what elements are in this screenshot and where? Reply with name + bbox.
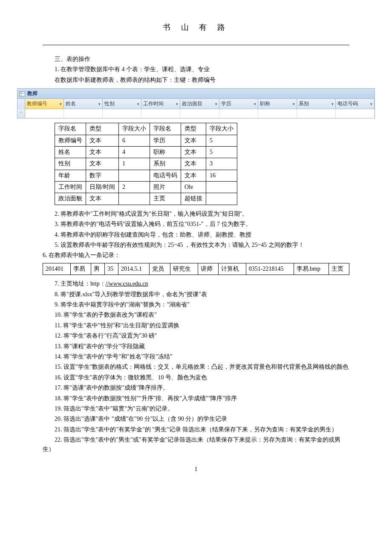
dropdown-arrow-icon[interactable]: ▾ (176, 101, 178, 107)
list-item: 10. 将"学生"表的子数据表改为"课程表" (43, 310, 349, 320)
schema-header-cell: 类型 (181, 123, 206, 135)
schema-cell: 系别 (150, 158, 181, 170)
list-item: 5. 设置教师表中年龄字段的有效性规则为：25~45 ，有效性文本为：请输入 2… (55, 240, 349, 250)
schema-cell (118, 170, 150, 181)
empty-cell[interactable] (219, 109, 258, 118)
record-cell: 35 (105, 263, 118, 275)
list-item: 22. 筛选出"学生"表中的"男生"或"有奖学金"记录筛选出来（结果保存下来提示… (43, 435, 349, 454)
schema-cell: 1 (118, 158, 150, 170)
schema-header-cell: 字段大小 (206, 123, 237, 135)
schema-cell: 数字 (86, 170, 119, 181)
record-cell: 0351-2218145 (246, 263, 294, 275)
empty-cell[interactable] (103, 109, 141, 118)
dropdown-arrow-icon[interactable]: ▾ (60, 101, 62, 107)
empty-cell[interactable] (180, 109, 219, 118)
schema-cell: 照片 (150, 182, 181, 193)
schema-cell: 教师编号 (55, 135, 86, 146)
schema-cell: 职称 (150, 146, 181, 158)
record-cell: 李易 (70, 263, 91, 275)
list-item: 12. 将"学生"表各行"行高"设置为"30 磅" (43, 331, 349, 341)
record-cell: 主页 (329, 263, 349, 275)
page-number: 1 (43, 465, 349, 474)
record-cell: 201401 (43, 263, 71, 275)
datasheet-titlebar: 教师 (17, 89, 375, 99)
record-cell: 党员 (150, 263, 170, 275)
table-row: 年龄数字电话号码文本16 (55, 170, 237, 181)
list-item: 9. 将学生表中籍贯字段中的"湖南"替换为："湖南省" (43, 300, 349, 309)
column-header-label: 性别 (104, 100, 115, 108)
schema-cell: 超链接 (181, 193, 206, 205)
schema-cell: 性别 (55, 158, 86, 170)
empty-cell[interactable] (141, 109, 180, 118)
schema-cell: 5 (206, 146, 237, 158)
schema-cell: Ole (181, 182, 206, 193)
dropdown-arrow-icon[interactable]: ▾ (215, 101, 217, 107)
list-item: 21. 筛选出"学生"表中的"有奖学金"的 "男生"记录 筛选出来（结果保存下来… (43, 425, 349, 434)
schema-table: 字段名类型字段大小字段名类型字段大小 教师编号文本6学历文本5姓名文本4职称文本… (55, 123, 237, 205)
list-item: 19. 筛选出"学生"表中"籍贯"为"云南"的记录。 (43, 404, 349, 413)
column-header[interactable]: 性别▾ (103, 99, 141, 109)
list-item: 11. 将"学生"表中"性别"和"出生日期"的位置调换 (43, 321, 349, 330)
column-header[interactable]: 教师编号▾ (25, 99, 64, 109)
column-header[interactable]: 系别▾ (297, 99, 336, 109)
column-header-label: 工作时间 (143, 100, 164, 108)
list-item: 2. 将教师表中"工作时间"格式设置为"长日期"，输入掩码设置为"短日期"。 (43, 209, 349, 219)
list-item: 17. 将"选课"表中的数据按"成绩"降序排序。 (43, 383, 349, 393)
dropdown-arrow-icon[interactable]: ▾ (254, 101, 256, 107)
list-item: 4. 将教师表中的职称字段创建查阅向导，包含：助教、讲师、副教授、教授 (43, 230, 349, 240)
dropdown-arrow-icon[interactable]: ▾ (370, 101, 372, 107)
empty-cell[interactable] (336, 109, 375, 118)
empty-cell[interactable] (297, 109, 336, 118)
record-cell: 男 (91, 263, 105, 275)
column-header[interactable]: 姓名▾ (64, 99, 103, 109)
table-row: 姓名文本4职称文本5 (55, 146, 237, 158)
column-header[interactable]: 工作时间▾ (141, 99, 180, 109)
item-7: 7. 主页地址：http：//www.csu.edu.cn (43, 279, 349, 289)
schema-cell (118, 193, 150, 205)
newrow-marker[interactable]: * (17, 109, 25, 118)
list-item: 6. 在教师表中输入一条记录： (43, 251, 349, 260)
schema-cell: 学历 (150, 135, 181, 146)
list-item: 3. 将教师表中的"电话号码"设置输入掩码，前五位"0351-"，后 7 位为数… (43, 220, 349, 229)
column-header[interactable]: 学历▾ (219, 99, 258, 109)
column-header[interactable]: 电话号码▾ (336, 99, 375, 109)
column-header-label: 学历 (221, 100, 231, 108)
datasheet-newrow: * (17, 109, 375, 118)
schema-cell: 电话号码 (150, 170, 181, 181)
empty-cell[interactable] (64, 109, 103, 118)
schema-cell: 6 (118, 135, 150, 146)
item-7-prefix: 7. 主页地址：http： (55, 280, 106, 287)
dropdown-arrow-icon[interactable]: ▾ (137, 101, 139, 107)
column-header-label: 政治面目 (182, 100, 202, 108)
schema-cell: 4 (118, 146, 150, 158)
row-selector[interactable] (17, 99, 25, 109)
dropdown-arrow-icon[interactable]: ▾ (98, 101, 101, 107)
schema-header-cell: 字段名 (150, 123, 181, 135)
column-header[interactable]: 政治面目▾ (180, 99, 219, 109)
schema-cell (206, 193, 237, 205)
column-header[interactable]: 职称▾ (258, 99, 297, 109)
schema-header-cell: 字段名 (55, 123, 86, 135)
dropdown-arrow-icon[interactable]: ▾ (293, 101, 295, 107)
empty-cell[interactable] (25, 109, 64, 118)
column-header-label: 职称 (260, 100, 270, 108)
schema-cell: 政治面貌 (55, 193, 86, 205)
table-row: 性别文本1系别文本3 (55, 158, 237, 170)
section-title: 三、表的操作 (43, 55, 349, 64)
table-row: 工作时间日期/时间2照片Ole (55, 182, 237, 193)
header-rule (43, 45, 349, 45)
list-item: 14. 将"学生"表中的"学号"和"姓名"字段"冻结" (43, 352, 349, 361)
record-cell: 研究生 (170, 263, 198, 275)
column-header-label: 教师编号 (27, 100, 47, 108)
schema-header-cell: 类型 (86, 123, 119, 135)
empty-cell[interactable] (258, 109, 297, 118)
homepage-link[interactable]: //www.csu.edu.cn (106, 280, 148, 287)
datasheet-title: 教师 (27, 90, 37, 98)
datasheet-header-row: 教师编号▾姓名▾性别▾工作时间▾政治面目▾学历▾职称▾系别▾电话号码▾ (17, 99, 375, 109)
column-header-label: 姓名 (66, 100, 76, 108)
dropdown-arrow-icon[interactable]: ▾ (331, 101, 334, 107)
schema-cell: 16 (206, 170, 237, 181)
schema-cell: 5 (206, 135, 237, 146)
schema-cell: 2 (118, 182, 150, 193)
schema-cell: 3 (206, 158, 237, 170)
